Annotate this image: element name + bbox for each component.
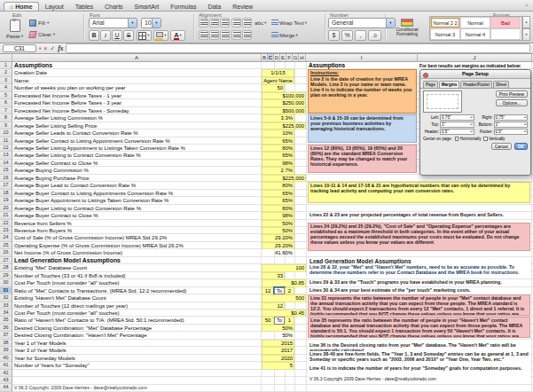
row-label[interactable]: Operating Expense (% of Gross Commission… <box>12 242 262 249</box>
row-number[interactable]: 19 <box>0 197 12 204</box>
row-number[interactable]: 20 <box>0 205 12 212</box>
row-value-cell[interactable] <box>262 257 306 264</box>
row-label[interactable] <box>12 377 262 384</box>
row-label[interactable]: Existing "Met" Database Count <box>12 264 262 271</box>
row-label[interactable]: Average Buying Commission % <box>12 167 262 174</box>
row-value-cell[interactable]: $225,000 <box>262 175 306 182</box>
row-value-cell[interactable]: $250,000 <box>262 99 306 106</box>
align-middle-button[interactable] <box>209 30 219 40</box>
row-value-cell[interactable]: 65% <box>262 190 306 197</box>
insert-function-icon[interactable]: fx <box>58 44 63 52</box>
cell-style-normal-4[interactable]: Normal 4 <box>460 28 490 40</box>
cell-value[interactable]: 80% <box>262 145 294 152</box>
ratio-to-cell[interactable]: To <box>274 317 285 324</box>
row-label[interactable]: Average Buyer Listing to Contract Conver… <box>12 205 262 212</box>
column-header-c[interactable]: C <box>268 54 274 61</box>
fill-button[interactable]: Fill▾ <box>29 18 49 27</box>
row-value-cell[interactable]: $100,000 <box>262 92 306 99</box>
cell-value[interactable]: 29.20% <box>262 242 294 249</box>
column-header-j[interactable]: J <box>418 54 532 61</box>
indent-right-button[interactable] <box>242 30 252 40</box>
row-value-cell[interactable]: 65% <box>262 152 306 159</box>
align-left-button[interactable] <box>199 18 208 27</box>
cell-value[interactable]: 80% <box>262 182 294 189</box>
row-number[interactable]: 21 <box>0 212 12 219</box>
row-number[interactable]: 11 <box>0 137 12 145</box>
row-value-cell[interactable]: 50 <box>262 84 306 91</box>
ribbon-collapse-icon[interactable]: ^ <box>523 4 529 11</box>
row-label[interactable]: Average Buyer Appointment to Listings Ta… <box>12 197 262 204</box>
column-header-b[interactable]: B <box>262 54 268 61</box>
panel-note-plain[interactable]: Lines 38-40 are free-form fields. The "Y… <box>308 351 530 364</box>
ribbon-tab-tables[interactable]: Tables <box>70 3 98 11</box>
row-number[interactable]: 30 <box>0 279 12 286</box>
row-label[interactable]: Forecasted Net Income Before Taxes - Som… <box>12 107 262 114</box>
row-number[interactable]: 12 <box>0 145 12 152</box>
align-right-button[interactable] <box>220 18 230 27</box>
decrease-indent-button[interactable] <box>231 18 241 27</box>
row-number[interactable]: 33 <box>0 302 12 310</box>
dialog-tab-margins[interactable]: Margins <box>439 81 460 88</box>
row-label[interactable]: Net Income (% of Gross Commission Income… <box>12 249 262 256</box>
align-top-button[interactable] <box>199 30 208 40</box>
row-label[interactable]: Average Seller Listing Appointment to Li… <box>12 145 262 152</box>
row-number[interactable]: 40 <box>0 355 12 362</box>
row-number[interactable]: 3 <box>0 77 12 84</box>
cell-value[interactable]: 50 <box>262 84 285 91</box>
row-label[interactable]: Assumptions <box>12 62 262 69</box>
row-number[interactable]: 14 <box>0 160 12 167</box>
cell-value[interactable]: 80% <box>262 205 294 212</box>
row-label[interactable]: Number of weeks you plan on working per … <box>12 84 262 91</box>
panel-note-plain[interactable]: Lines 30 & 34 are your best estimate of … <box>308 287 530 294</box>
clear-button[interactable]: Clear▾ <box>29 29 55 39</box>
row-label[interactable]: Creation Date <box>12 69 262 76</box>
cell-value[interactable]: 50% <box>262 325 294 332</box>
field-input[interactable]: 0.5"▴▾ <box>440 129 474 135</box>
cell-value[interactable]: 65% <box>262 190 294 197</box>
paste-button[interactable]: Paste▾ <box>3 16 27 42</box>
cell-value[interactable]: 2015 <box>262 340 294 347</box>
row-label[interactable]: Name: <box>12 77 262 84</box>
number-format-select[interactable]: General ▾ <box>328 18 396 28</box>
column-header-f[interactable]: F <box>286 54 293 61</box>
spinner-icon[interactable]: ▴▾ <box>524 122 526 128</box>
row-number[interactable]: 27 <box>0 257 12 264</box>
row-label[interactable]: Cost of Sale (% of Gross Commission Inco… <box>12 234 262 241</box>
row-value-cell[interactable]: 50% <box>262 227 306 234</box>
merge-button[interactable]: Merge▾ <box>271 30 298 40</box>
row-value-cell[interactable]: 12To2 <box>262 287 306 294</box>
row-number[interactable]: 31 <box>0 287 12 294</box>
name-box[interactable]: C31 <box>3 44 36 52</box>
row-label[interactable]: Average Seller Listing Commission % <box>12 114 262 122</box>
cell-value[interactable]: $225,000 <box>262 122 306 129</box>
row-value-cell[interactable]: $500,000 <box>262 107 306 114</box>
row-label[interactable]: Forecasted Net Income Before Taxes - 1 y… <box>12 92 262 99</box>
row-value-cell[interactable]: 3.3% <box>262 114 306 122</box>
row-number[interactable]: 8 <box>0 114 12 122</box>
row-label[interactable]: V 06.3 Copyright: 2009 Dave Herries - da… <box>12 384 262 391</box>
row-label[interactable]: Cost Per Touch (must consider "all" touc… <box>12 310 262 317</box>
row-number[interactable]: 13 <box>0 152 12 159</box>
row-label[interactable]: Average Seller Contact to Listing Appoin… <box>12 137 262 145</box>
row-value-cell[interactable]: Agent Name <box>262 77 306 84</box>
row-value-cell[interactable]: 5 <box>262 362 306 369</box>
row-label[interactable]: Ratio of "Met" Contacts to Transactions.… <box>12 287 262 294</box>
cell-value[interactable]: 65% <box>262 152 294 159</box>
cell-value[interactable]: $500,000 <box>262 107 306 114</box>
row-label[interactable]: Number of Touches (33 or 41 if 8x8 is in… <box>12 272 262 279</box>
cell-style-normal-3[interactable]: Normal 3 <box>430 28 460 40</box>
cell-value[interactable]: 500 <box>262 294 306 302</box>
row-label[interactable]: Existing "Haven't Met" Database Count <box>12 294 262 302</box>
ribbon-tab-review[interactable]: Review <box>227 3 258 11</box>
row-number[interactable]: 38 <box>0 340 12 347</box>
row-value-cell[interactable]: 12 <box>262 302 306 310</box>
cell-value[interactable]: $225,000 <box>262 175 306 182</box>
cancel-entry-icon[interactable]: × <box>43 45 47 51</box>
row-value-cell[interactable]: 50% <box>262 325 306 332</box>
row-number[interactable]: 18 <box>0 190 12 197</box>
panel-note-pink[interactable]: Line 31 represents the ratio between the… <box>308 294 530 316</box>
cell-style-normal[interactable]: Normal <box>460 17 490 28</box>
row-number[interactable]: 42 <box>0 370 12 377</box>
field-input[interactable]: 1"▴▾ <box>494 122 529 128</box>
dialog-button-print-preview[interactable]: Print Preview <box>496 90 528 98</box>
